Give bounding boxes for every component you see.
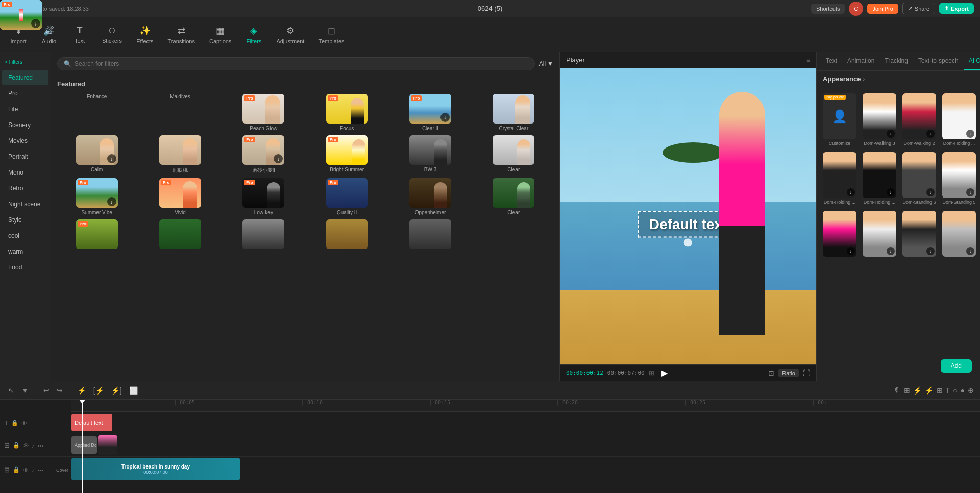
redo-button[interactable]: ↪ bbox=[55, 385, 65, 396]
add-character-button[interactable]: Add bbox=[941, 359, 972, 373]
split-button[interactable]: ⚡ bbox=[76, 385, 88, 396]
filter-nav-scenery[interactable]: Scenery bbox=[2, 117, 48, 133]
char-card-row3-3[interactable]: ↓ bbox=[900, 209, 938, 260]
tool-adjustment[interactable]: ⚙ Adjustment bbox=[270, 22, 310, 47]
filter-card-enhance[interactable]: ↓ Enhance bbox=[57, 94, 136, 131]
char-card-dom-walking-2[interactable]: ↓ Dom-Walking 2 bbox=[900, 91, 938, 148]
export-button[interactable]: ⬆ Export bbox=[939, 3, 974, 14]
tab-text[interactable]: Text bbox=[821, 52, 842, 70]
fit-icon[interactable]: ⊡ bbox=[768, 369, 774, 377]
lock-icon-2[interactable]: 🔒 bbox=[13, 442, 20, 449]
char-card-dom-standing-6[interactable]: ↓ Dom-Standing 6 bbox=[900, 150, 938, 207]
filter-card-wheat[interactable]: Pro ↓ 磨砂小麦II bbox=[224, 135, 303, 174]
tool-stickers[interactable]: ☺ Stickers bbox=[96, 22, 128, 47]
filter-card-r4c[interactable] bbox=[224, 219, 303, 251]
timeline-icon-2[interactable]: ⚡ bbox=[913, 386, 922, 395]
more-icon[interactable]: ••• bbox=[38, 442, 44, 449]
char-card-customize[interactable]: Pay per cre 👤 Customize bbox=[821, 91, 859, 148]
char-card-dom-walking-3[interactable]: ↓ Dom-Walking 3 bbox=[861, 91, 898, 148]
filter-nav-featured[interactable]: Featured bbox=[2, 70, 48, 85]
filter-nav-food[interactable]: Food bbox=[2, 260, 48, 275]
filter-nav-life[interactable]: Life bbox=[2, 102, 48, 117]
tool-captions[interactable]: ▦ Captions bbox=[203, 22, 237, 47]
char-card-dom-holding-2[interactable]: ↓ Dom-Holding ... bbox=[821, 150, 859, 207]
filter-nav-movies[interactable]: Movies bbox=[2, 133, 48, 149]
effect-clip[interactable]: Applied Dc bbox=[71, 436, 97, 454]
tab-animation[interactable]: Animation bbox=[842, 52, 879, 70]
filter-card-calm[interactable]: ↓ Calm bbox=[57, 135, 136, 174]
filter-card-quality2[interactable]: Pro Quality II bbox=[307, 178, 386, 215]
join-pro-button[interactable]: Join Pro bbox=[867, 4, 898, 14]
filter-card-bright-summer[interactable]: Pro Bright Summer bbox=[307, 135, 386, 174]
all-filter-button[interactable]: All ▼ bbox=[539, 60, 553, 67]
filter-card-summer-vibe[interactable]: Pro ↓ Summer Vibe bbox=[57, 178, 136, 215]
timeline-settings-icon[interactable]: ⊕ bbox=[968, 386, 974, 395]
timeline-icon-6[interactable]: ● bbox=[961, 386, 965, 395]
timeline-icon-1[interactable]: ⊞ bbox=[904, 386, 910, 395]
filter-card-focus[interactable]: Pro Focus bbox=[307, 94, 386, 131]
captions-tl-icon[interactable]: T bbox=[946, 386, 950, 395]
player-menu-icon[interactable]: ≡ bbox=[806, 57, 810, 64]
split-right-button[interactable]: ⚡] bbox=[109, 385, 124, 396]
filter-card-peach-glow[interactable]: Pro Peach Glow bbox=[224, 94, 303, 131]
char-card-dom-holding-1[interactable]: ↓ Dom-Holding ... bbox=[940, 91, 978, 148]
play-button[interactable]: ▶ bbox=[662, 368, 668, 378]
tool-effects[interactable]: ✨ Effects bbox=[130, 22, 159, 47]
filter-nav-pro[interactable]: Pro bbox=[2, 86, 48, 101]
filter-nav-portrait[interactable]: Portrait bbox=[2, 149, 48, 164]
char-card-row3-1[interactable]: ↓ bbox=[821, 209, 859, 260]
filter-card-clear2[interactable]: Pro ↓ Clear II bbox=[390, 94, 470, 131]
tab-text-to-speech[interactable]: Text-to-speech bbox=[913, 52, 964, 70]
eye-icon-2[interactable]: 👁 bbox=[23, 442, 29, 449]
filter-card-crystal-clear[interactable]: Crystal Clear bbox=[474, 94, 553, 131]
timeline-icon-5[interactable]: ○ bbox=[953, 386, 957, 395]
cursor-tool[interactable]: ↖ bbox=[6, 385, 16, 396]
filter-card-maldives[interactable]: Pro ↓ Maldives bbox=[140, 94, 219, 131]
filter-card-clear3[interactable]: Clear bbox=[474, 135, 553, 174]
filter-nav-night-scene[interactable]: Night scene bbox=[2, 196, 48, 212]
tool-transitions[interactable]: ⇄ Transitions bbox=[162, 22, 201, 47]
lock-icon-3[interactable]: 🔒 bbox=[13, 466, 20, 473]
tab-tracking[interactable]: Tracking bbox=[879, 52, 913, 70]
tool-filters[interactable]: ◈ Filters bbox=[239, 22, 268, 47]
filter-card-r4d[interactable] bbox=[307, 219, 386, 251]
fullscreen-icon[interactable]: ⛶ bbox=[803, 369, 810, 377]
filter-card-r4e[interactable] bbox=[390, 219, 470, 251]
search-input-wrapper[interactable]: 🔍 bbox=[57, 57, 535, 70]
tool-templates[interactable]: ◻ Templates bbox=[312, 22, 350, 47]
filter-nav-cool[interactable]: cool bbox=[2, 228, 48, 243]
split-left-button[interactable]: [⚡ bbox=[91, 385, 106, 396]
shortcuts-button[interactable]: Shortcuts bbox=[811, 4, 845, 14]
filter-nav-style[interactable]: Style bbox=[2, 212, 48, 228]
text-clip[interactable]: Default text bbox=[71, 414, 112, 431]
cursor-dropdown[interactable]: ▼ bbox=[19, 385, 31, 396]
main-video-clip[interactable]: Tropical beach in sunny day 00:00:07:00 bbox=[71, 458, 240, 480]
share-button[interactable]: ↗ Share bbox=[902, 3, 935, 14]
filter-nav-warm[interactable]: warm bbox=[2, 244, 48, 259]
eye-icon-3[interactable]: 👁 bbox=[23, 467, 29, 473]
microphone-icon[interactable]: 🎙 bbox=[894, 386, 901, 395]
char-card-row3-4[interactable]: ↓ bbox=[940, 209, 978, 260]
timeline-icon-3[interactable]: ⚡ bbox=[925, 386, 934, 395]
ratio-button[interactable]: Ratio bbox=[778, 369, 799, 377]
filter-card-clear4[interactable]: Clear bbox=[474, 178, 553, 215]
delete-button[interactable]: ⬜ bbox=[127, 385, 140, 396]
undo-button[interactable]: ↩ bbox=[41, 385, 52, 396]
eye-icon[interactable]: 👁 bbox=[21, 420, 27, 426]
tool-text[interactable]: T Text bbox=[65, 22, 94, 47]
tab-ai-characters[interactable]: AI Characters bbox=[964, 52, 980, 70]
filter-card-low-key[interactable]: Pro Low-key bbox=[224, 178, 303, 215]
char-card-dom-holding-3[interactable]: ↓ Dom-Holding ... bbox=[861, 150, 898, 207]
rotate-handle[interactable] bbox=[684, 239, 692, 247]
filter-card-vivid[interactable]: Pro Vivid bbox=[140, 178, 219, 215]
audio-icon-2[interactable]: ♪ bbox=[32, 442, 35, 449]
audio-icon-3[interactable]: ♪ bbox=[32, 467, 35, 473]
filter-card-r4a[interactable]: Pro bbox=[57, 219, 136, 251]
filter-nav-retro[interactable]: Retro bbox=[2, 181, 48, 196]
filter-card-oppenheimer[interactable]: Oppenheimer bbox=[390, 178, 470, 215]
timeline-icon-4[interactable]: ⊞ bbox=[937, 386, 943, 395]
filter-nav-mono[interactable]: Mono bbox=[2, 165, 48, 180]
filter-card-run[interactable]: 润肤桃 bbox=[140, 135, 219, 174]
filter-card-r4b[interactable] bbox=[140, 219, 219, 251]
lock-icon[interactable]: 🔒 bbox=[11, 420, 18, 426]
